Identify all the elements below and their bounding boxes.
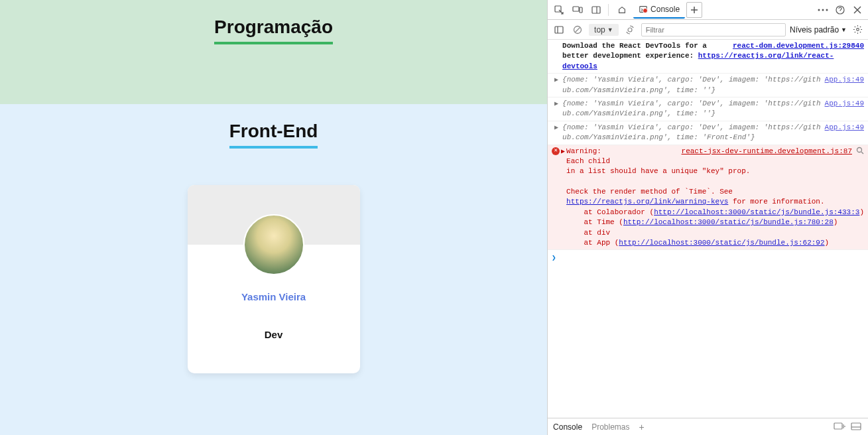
error-icon: ✕ — [552, 147, 560, 155]
warning-keys-link[interactable]: https://reactjs.org/link/warning-keys — [566, 198, 728, 206]
prompt-icon: ❯ — [552, 253, 556, 262]
console-toolbar: top ▼ Níveis padrão ▼ — [548, 20, 868, 40]
live-expression-icon[interactable] — [623, 23, 637, 37]
source-link[interactable]: react-dom.development.js:29840 — [733, 41, 864, 51]
log-row: App.js:49 ▶ {nome: 'Yasmin Vieira', carg… — [548, 121, 868, 145]
log-row: react-dom.development.js:29840 Download … — [548, 40, 868, 74]
log-text: Download the React DevTools for a better… — [562, 42, 707, 60]
drawer-icon[interactable] — [834, 422, 845, 432]
stack-line: at div — [566, 229, 610, 237]
clear-console-icon[interactable] — [570, 23, 585, 37]
error-row: ✕ ▶ react-jsx-dev-runtime.development.js… — [548, 145, 868, 251]
toggle-sidebar-icon[interactable] — [552, 23, 566, 37]
error-text: for more information. — [728, 198, 824, 206]
help-icon[interactable] — [832, 2, 848, 18]
error-text: Each child — [566, 157, 610, 165]
source-link[interactable]: App.js:49 — [825, 99, 864, 109]
devtools-drawer: Console Problemas + — [548, 418, 868, 435]
app-viewport[interactable]: Programação Front-End Yasmin Vieira Dev — [0, 0, 547, 435]
svg-point-19 — [856, 29, 859, 31]
svg-point-18 — [628, 28, 632, 32]
console-settings-icon[interactable] — [851, 23, 864, 36]
section-programacao: Programação — [0, 0, 547, 104]
log-object[interactable]: {nome: 'Yasmin Vieira', cargo: 'Dev', im… — [562, 99, 820, 117]
expand-icon[interactable]: ▶ — [561, 147, 565, 156]
chevron-down-icon: ▼ — [607, 27, 613, 33]
more-options-icon[interactable] — [815, 2, 831, 18]
stack-link[interactable]: http://localhost:3000/static/js/bundle.j… — [623, 218, 834, 226]
log-row: App.js:49 ▶ {nome: 'Yasmin Vieira', carg… — [548, 97, 868, 121]
svg-rect-23 — [851, 423, 861, 430]
drawer-tab-problems[interactable]: Problemas — [591, 422, 629, 432]
expand-icon[interactable]: ▶ — [554, 99, 558, 109]
stack-link[interactable]: http://localhost:3000/static/js/bundle.j… — [619, 239, 824, 247]
drawer-add-tab[interactable]: + — [639, 422, 644, 432]
log-object[interactable]: {nome: 'Yasmin Vieira', cargo: 'Dev', im… — [562, 123, 820, 141]
device-toolbar-icon[interactable] — [569, 1, 586, 19]
log-levels-select[interactable]: Níveis padrão ▼ — [790, 25, 847, 34]
svg-rect-2 — [580, 7, 582, 13]
svg-point-10 — [826, 9, 828, 11]
dock-side-icon[interactable] — [588, 1, 605, 19]
expand-icon[interactable]: ▶ — [554, 76, 558, 85]
devtools-tabbar: Console — [548, 0, 868, 20]
section-frontend: Front-End Yasmin Vieira Dev — [0, 104, 547, 413]
execution-context-select[interactable]: top ▼ — [589, 24, 619, 36]
source-link[interactable]: App.js:49 — [825, 75, 864, 85]
tab-console[interactable]: Console — [633, 1, 685, 19]
new-tab-button[interactable] — [686, 2, 702, 18]
drawer-expand-icon[interactable] — [851, 422, 863, 432]
avatar — [243, 214, 304, 275]
svg-line-17 — [576, 27, 580, 32]
expand-icon[interactable]: ▶ — [554, 123, 558, 133]
drawer-tab-console[interactable]: Console — [553, 422, 582, 432]
console-output[interactable]: react-dom.development.js:29840 Download … — [548, 40, 868, 418]
collaborator-card: Yasmin Vieira Dev — [188, 185, 360, 373]
context-label: top — [594, 25, 605, 34]
log-row: App.js:49 ▶ {nome: 'Yasmin Vieira', carg… — [548, 74, 868, 97]
svg-line-21 — [861, 152, 863, 154]
svg-rect-3 — [592, 7, 600, 13]
svg-point-9 — [822, 9, 824, 11]
tab-label: Console — [651, 5, 680, 14]
svg-point-20 — [857, 147, 862, 152]
stack-link[interactable]: http://localhost:3000/static/js/bundle.j… — [654, 208, 859, 216]
log-object[interactable]: {nome: 'Yasmin Vieira', cargo: 'Dev', im… — [562, 76, 820, 93]
console-prompt[interactable]: ❯ — [548, 250, 868, 265]
section-title: Programação — [214, 17, 333, 44]
tab-welcome[interactable] — [612, 2, 632, 18]
levels-label: Níveis padrão — [790, 25, 839, 34]
inspect-element-icon[interactable] — [550, 1, 568, 19]
error-text: Warning: — [566, 147, 601, 155]
svg-point-8 — [818, 9, 820, 11]
filter-input[interactable] — [641, 23, 786, 36]
devtools-panel: Console top — [547, 0, 868, 435]
svg-rect-1 — [573, 7, 579, 11]
collaborator-name: Yasmin Vieira — [188, 291, 360, 302]
close-devtools-icon[interactable] — [849, 2, 865, 18]
error-text: Check the render method of `Time`. See — [566, 188, 733, 196]
inspect-error-icon[interactable] — [856, 147, 864, 158]
collaborator-role: Dev — [188, 329, 360, 340]
stack-line: at Colaborador ( — [566, 208, 654, 216]
stack-line: at App ( — [566, 239, 619, 247]
chevron-down-icon: ▼ — [841, 27, 847, 33]
stack-line: at Time ( — [566, 218, 623, 226]
card-header — [188, 185, 360, 245]
svg-rect-14 — [555, 27, 563, 33]
source-link[interactable]: App.js:49 — [825, 123, 864, 133]
error-badge-icon — [643, 8, 648, 13]
source-link[interactable]: react-jsx-dev-runtime.development.js:87 — [682, 147, 852, 156]
error-text: in a list should have a unique "key" pro… — [566, 167, 750, 175]
section-title: Front-End — [229, 121, 318, 149]
svg-rect-22 — [834, 423, 842, 429]
